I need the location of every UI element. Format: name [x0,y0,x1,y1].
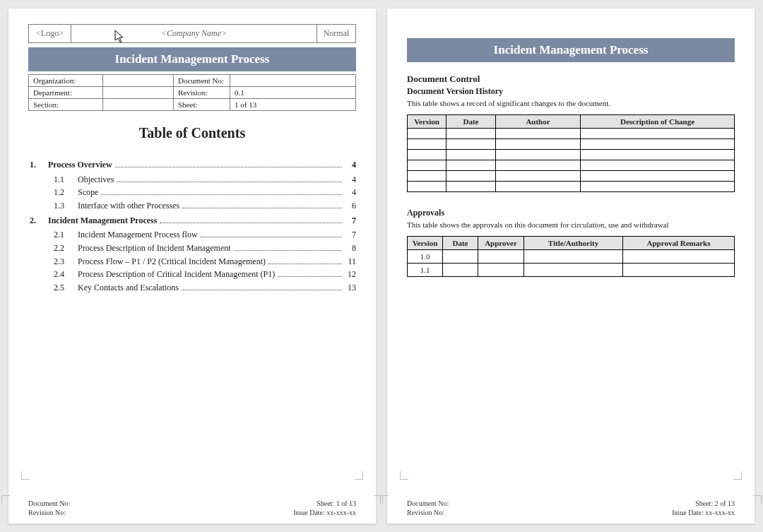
crop-mark [355,471,363,480]
toc-row: 1.3Interface with other Processes6 [28,199,356,213]
cell [581,150,735,160]
table-row [408,150,735,160]
toc-page: 7 [345,228,356,242]
cell [496,171,581,182]
cell [524,264,623,277]
page-footer: Document No: Sheet: 1 of 13 Revision No:… [8,500,376,516]
cell [408,160,446,171]
docno-label: Document No: [174,75,230,87]
cell [408,171,446,182]
column-header: Date [443,237,478,250]
cell [446,182,496,192]
toc-number: 2. [28,213,48,229]
crop-mark [400,471,408,480]
org-label: Organization: [29,75,103,87]
cell [623,250,735,264]
docno-value [230,75,356,87]
meta-table: Organization: Document No: Department: R… [28,74,356,111]
toc-row: 2.4Process Description of Critical Incid… [28,268,356,281]
org-value [103,75,174,87]
toc-leader [115,167,342,167]
toc-page: 12 [345,268,356,281]
toc-row: 2.2Process Description of Incident Manag… [28,242,356,255]
cell [496,150,581,160]
toc-label: Process Overview [48,157,112,173]
toc-page: 7 [345,213,356,229]
table-row: 1.0 [408,250,735,264]
approvals-caption: This table shows the approvals on this d… [407,220,735,229]
cell [496,182,581,192]
cell: 1.1 [408,264,443,277]
cell [581,129,735,139]
dept-label: Department: [29,87,103,99]
cell [496,129,581,139]
toc-heading: Table of Contents [28,125,356,141]
toc-leader [201,237,342,237]
footer-issue: Issue Date: xx-xxx-xx [192,509,356,516]
column-header: Version [408,115,446,129]
version-history-caption: This table shows a record of significant… [407,99,735,107]
toc-label: Process Description of Incident Manageme… [78,242,231,255]
cell [478,250,524,264]
sect-value [103,99,174,111]
crop-mark [21,471,30,480]
toc-row: 2.5Key Contacts and Escalations13 [28,281,356,295]
cell [478,264,524,277]
crop-mark [753,495,762,504]
toc-label: Process Flow – P1 / P2 (Critical Inciden… [78,255,266,268]
toc-number: 1.2 [54,186,78,199]
table-row [408,182,735,192]
column-header: Approval Remarks [623,237,735,250]
cell [446,139,496,150]
column-header: Approver [478,237,524,250]
doc-control-heading: Document Control [407,73,735,85]
toc-label: Objectives [78,173,114,187]
footer-issue: Issue Date: xx-xxx-xx [571,509,735,516]
footer-revno: Revision No: [407,509,571,516]
toc-label: Process Description of Critical Incident… [78,268,275,281]
table-row [408,139,735,150]
cell [446,150,496,160]
table-of-contents: 1.Process Overview41.1Objectives41.2Scop… [28,157,356,294]
footer-sheet: Sheet: 1 of 13 [192,500,356,507]
cell [524,250,623,264]
crop-mark [1,495,10,504]
footer-docno: Document No: [28,500,192,507]
cell [408,150,446,160]
toc-label: Incident Management Process [48,213,157,229]
title-bar: Incident Management Process [407,38,735,62]
table-row [408,129,735,139]
cell [443,264,478,277]
toc-label: Key Contacts and Escalations [78,281,179,295]
toc-leader [182,208,342,208]
normal-cell: Normal [317,25,356,43]
toc-leader [101,194,342,195]
crop-mark [733,471,742,480]
toc-page: 11 [345,255,356,268]
toc-number: 2.4 [54,268,78,281]
rev-label: Revision: [174,87,230,99]
toc-number: 2.1 [54,228,78,242]
toc-number: 2.2 [54,242,78,255]
rev-value: 0.1 [230,87,356,99]
cell [408,129,446,139]
toc-row: 2.1Incident Management Process flow7 [28,228,356,242]
table-row: 1.1 [408,264,735,277]
cell [408,139,446,150]
header-logo-table: <Logo> <Company Name> Normal [28,24,356,43]
version-history-table: VersionDateAuthorDescription of Change [407,114,735,192]
toc-number: 1. [28,157,48,173]
cell [623,264,735,277]
toc-page: 4 [345,157,356,173]
toc-leader [117,182,342,182]
approvals-heading: Approvals [407,208,735,218]
toc-leader [160,223,342,223]
sect-label: Section: [29,99,103,111]
toc-row: 1.2Scope4 [28,186,356,199]
crop-mark [380,495,389,504]
page-footer: Document No: Sheet: 2 of 13 Revision No:… [387,500,755,516]
toc-leader [182,290,342,290]
toc-row: 2.Incident Management Process7 [28,213,356,229]
toc-number: 1.3 [54,199,78,213]
toc-leader [268,264,342,264]
